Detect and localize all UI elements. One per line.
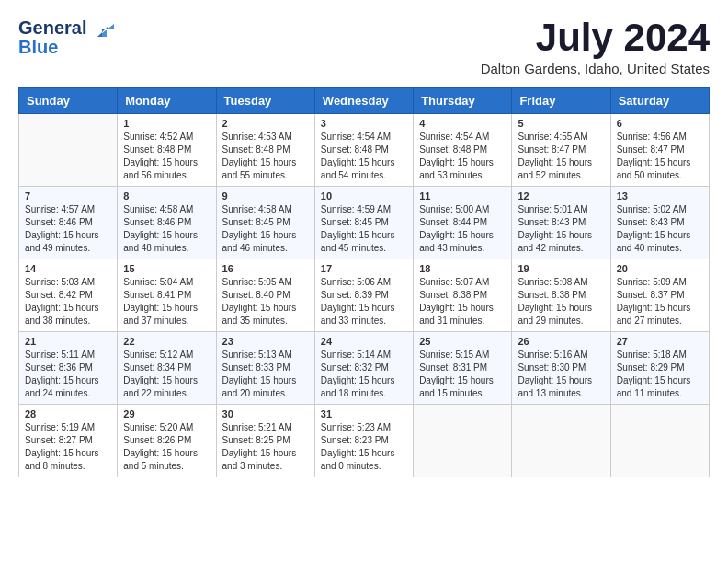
cell-content: Sunrise: 5:23 AM Sunset: 8:23 PM Dayligh… bbox=[321, 421, 407, 473]
day-number: 9 bbox=[222, 190, 309, 201]
calendar-cell bbox=[19, 114, 118, 187]
cell-content: Sunrise: 5:04 AM Sunset: 8:41 PM Dayligh… bbox=[123, 276, 210, 327]
calendar: SundayMondayTuesdayWednesdayThursdayFrid… bbox=[18, 87, 710, 477]
cell-content: Sunrise: 5:02 AM Sunset: 8:43 PM Dayligh… bbox=[617, 203, 703, 255]
cell-content: Sunrise: 4:56 AM Sunset: 8:47 PM Dayligh… bbox=[617, 131, 703, 182]
calendar-cell: 30Sunrise: 5:21 AM Sunset: 8:25 PM Dayli… bbox=[216, 405, 314, 477]
day-number: 26 bbox=[518, 336, 604, 347]
calendar-cell: 9Sunrise: 4:58 AM Sunset: 8:45 PM Daylig… bbox=[216, 187, 314, 259]
logo: General Blue bbox=[18, 18, 116, 58]
cell-content: Sunrise: 5:11 AM Sunset: 8:36 PM Dayligh… bbox=[25, 349, 111, 400]
title-section: July 2024 Dalton Gardens, Idaho, United … bbox=[481, 18, 710, 76]
calendar-cell bbox=[610, 405, 709, 477]
calendar-cell: 26Sunrise: 5:16 AM Sunset: 8:30 PM Dayli… bbox=[512, 332, 610, 405]
calendar-cell: 29Sunrise: 5:20 AM Sunset: 8:26 PM Dayli… bbox=[118, 405, 216, 477]
day-number: 1 bbox=[123, 118, 210, 129]
cell-content: Sunrise: 5:12 AM Sunset: 8:34 PM Dayligh… bbox=[123, 349, 210, 400]
week-row-5: 28Sunrise: 5:19 AM Sunset: 8:27 PM Dayli… bbox=[19, 405, 710, 477]
calendar-cell: 2Sunrise: 4:53 AM Sunset: 8:48 PM Daylig… bbox=[216, 114, 314, 187]
cell-content: Sunrise: 4:52 AM Sunset: 8:48 PM Dayligh… bbox=[123, 131, 210, 182]
calendar-cell: 10Sunrise: 4:59 AM Sunset: 8:45 PM Dayli… bbox=[314, 187, 413, 259]
cell-content: Sunrise: 5:05 AM Sunset: 8:40 PM Dayligh… bbox=[222, 276, 309, 327]
calendar-cell: 11Sunrise: 5:00 AM Sunset: 8:44 PM Dayli… bbox=[414, 187, 512, 259]
cell-content: Sunrise: 4:58 AM Sunset: 8:46 PM Dayligh… bbox=[123, 203, 210, 255]
week-row-3: 14Sunrise: 5:03 AM Sunset: 8:42 PM Dayli… bbox=[19, 259, 710, 332]
day-number: 7 bbox=[25, 190, 111, 201]
cell-content: Sunrise: 4:57 AM Sunset: 8:46 PM Dayligh… bbox=[25, 203, 111, 255]
day-number: 18 bbox=[419, 263, 506, 274]
cell-content: Sunrise: 5:18 AM Sunset: 8:29 PM Dayligh… bbox=[617, 349, 703, 400]
calendar-cell: 22Sunrise: 5:12 AM Sunset: 8:34 PM Dayli… bbox=[118, 332, 216, 405]
calendar-cell bbox=[414, 405, 512, 477]
calendar-cell: 6Sunrise: 4:56 AM Sunset: 8:47 PM Daylig… bbox=[610, 114, 709, 187]
logo-text: General bbox=[18, 18, 116, 39]
calendar-cell: 21Sunrise: 5:11 AM Sunset: 8:36 PM Dayli… bbox=[19, 332, 118, 405]
cell-content: Sunrise: 4:53 AM Sunset: 8:48 PM Dayligh… bbox=[222, 131, 309, 182]
calendar-cell: 17Sunrise: 5:06 AM Sunset: 8:39 PM Dayli… bbox=[314, 259, 413, 332]
cell-content: Sunrise: 5:19 AM Sunset: 8:27 PM Dayligh… bbox=[25, 421, 111, 473]
calendar-cell: 5Sunrise: 4:55 AM Sunset: 8:47 PM Daylig… bbox=[512, 114, 610, 187]
week-row-4: 21Sunrise: 5:11 AM Sunset: 8:36 PM Dayli… bbox=[19, 332, 710, 405]
calendar-cell: 4Sunrise: 4:54 AM Sunset: 8:48 PM Daylig… bbox=[414, 114, 512, 187]
cell-content: Sunrise: 5:16 AM Sunset: 8:30 PM Dayligh… bbox=[518, 349, 604, 400]
cell-content: Sunrise: 5:03 AM Sunset: 8:42 PM Dayligh… bbox=[25, 276, 111, 327]
calendar-cell: 3Sunrise: 4:54 AM Sunset: 8:48 PM Daylig… bbox=[314, 114, 413, 187]
day-number: 19 bbox=[518, 263, 604, 274]
day-number: 2 bbox=[222, 118, 309, 129]
weekday-header-wednesday: Wednesday bbox=[314, 88, 413, 114]
calendar-cell: 28Sunrise: 5:19 AM Sunset: 8:27 PM Dayli… bbox=[19, 405, 118, 477]
calendar-cell: 16Sunrise: 5:05 AM Sunset: 8:40 PM Dayli… bbox=[216, 259, 314, 332]
cell-content: Sunrise: 5:09 AM Sunset: 8:37 PM Dayligh… bbox=[617, 276, 703, 327]
day-number: 13 bbox=[617, 190, 703, 201]
cell-content: Sunrise: 5:15 AM Sunset: 8:31 PM Dayligh… bbox=[419, 349, 506, 400]
location: Dalton Gardens, Idaho, United States bbox=[481, 61, 710, 76]
calendar-cell: 1Sunrise: 4:52 AM Sunset: 8:48 PM Daylig… bbox=[118, 114, 216, 187]
calendar-cell: 18Sunrise: 5:07 AM Sunset: 8:38 PM Dayli… bbox=[414, 259, 512, 332]
day-number: 17 bbox=[321, 263, 407, 274]
calendar-cell: 12Sunrise: 5:01 AM Sunset: 8:43 PM Dayli… bbox=[512, 187, 610, 259]
cell-content: Sunrise: 5:20 AM Sunset: 8:26 PM Dayligh… bbox=[123, 421, 210, 473]
day-number: 24 bbox=[321, 336, 407, 347]
weekday-header-friday: Friday bbox=[512, 88, 610, 114]
day-number: 14 bbox=[25, 263, 111, 274]
day-number: 8 bbox=[123, 190, 210, 201]
cell-content: Sunrise: 5:21 AM Sunset: 8:25 PM Dayligh… bbox=[222, 421, 309, 473]
calendar-cell: 20Sunrise: 5:09 AM Sunset: 8:37 PM Dayli… bbox=[610, 259, 709, 332]
calendar-cell: 23Sunrise: 5:13 AM Sunset: 8:33 PM Dayli… bbox=[216, 332, 314, 405]
cell-content: Sunrise: 5:01 AM Sunset: 8:43 PM Dayligh… bbox=[518, 203, 604, 255]
cell-content: Sunrise: 5:08 AM Sunset: 8:38 PM Dayligh… bbox=[518, 276, 604, 327]
weekday-header-sunday: Sunday bbox=[19, 88, 118, 114]
calendar-cell: 14Sunrise: 5:03 AM Sunset: 8:42 PM Dayli… bbox=[19, 259, 118, 332]
cell-content: Sunrise: 4:59 AM Sunset: 8:45 PM Dayligh… bbox=[321, 203, 407, 255]
calendar-cell: 7Sunrise: 4:57 AM Sunset: 8:46 PM Daylig… bbox=[19, 187, 118, 259]
cell-content: Sunrise: 4:55 AM Sunset: 8:47 PM Dayligh… bbox=[518, 131, 604, 182]
cell-content: Sunrise: 5:13 AM Sunset: 8:33 PM Dayligh… bbox=[222, 349, 309, 400]
day-number: 30 bbox=[222, 408, 309, 419]
day-number: 28 bbox=[25, 408, 111, 419]
calendar-cell: 27Sunrise: 5:18 AM Sunset: 8:29 PM Dayli… bbox=[610, 332, 709, 405]
week-row-2: 7Sunrise: 4:57 AM Sunset: 8:46 PM Daylig… bbox=[19, 187, 710, 259]
day-number: 23 bbox=[222, 336, 309, 347]
calendar-cell: 25Sunrise: 5:15 AM Sunset: 8:31 PM Dayli… bbox=[414, 332, 512, 405]
day-number: 29 bbox=[123, 408, 210, 419]
day-number: 6 bbox=[617, 118, 703, 129]
calendar-cell bbox=[512, 405, 610, 477]
day-number: 22 bbox=[123, 336, 210, 347]
cell-content: Sunrise: 5:07 AM Sunset: 8:38 PM Dayligh… bbox=[419, 276, 506, 327]
cell-content: Sunrise: 4:54 AM Sunset: 8:48 PM Dayligh… bbox=[419, 131, 506, 182]
day-number: 5 bbox=[518, 118, 604, 129]
weekday-header-monday: Monday bbox=[118, 88, 216, 114]
week-row-1: 1Sunrise: 4:52 AM Sunset: 8:48 PM Daylig… bbox=[19, 114, 710, 187]
day-number: 11 bbox=[419, 190, 506, 201]
weekday-header-thursday: Thursday bbox=[414, 88, 512, 114]
day-number: 21 bbox=[25, 336, 111, 347]
cell-content: Sunrise: 4:58 AM Sunset: 8:45 PM Dayligh… bbox=[222, 203, 309, 255]
cell-content: Sunrise: 5:00 AM Sunset: 8:44 PM Dayligh… bbox=[419, 203, 506, 255]
day-number: 15 bbox=[123, 263, 210, 274]
day-number: 3 bbox=[321, 118, 407, 129]
weekday-header-saturday: Saturday bbox=[610, 88, 709, 114]
day-number: 27 bbox=[617, 336, 703, 347]
day-number: 10 bbox=[321, 190, 407, 201]
logo-blue: Blue bbox=[18, 37, 58, 58]
day-number: 4 bbox=[419, 118, 506, 129]
